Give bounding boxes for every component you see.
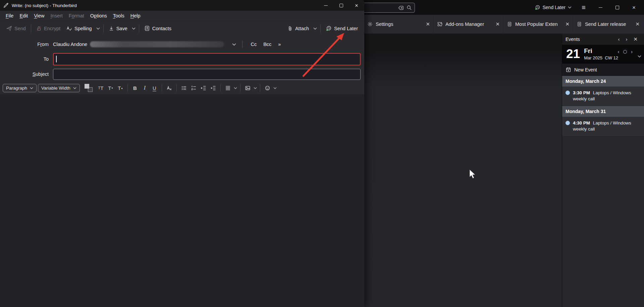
compose-message-body[interactable] [0, 95, 364, 307]
attach-button[interactable]: Attach [284, 24, 312, 33]
event-color-dot [566, 91, 570, 95]
subject-input[interactable] [53, 69, 361, 80]
event-item[interactable]: 3:30 PM Laptops / Windows weekly call [562, 87, 644, 106]
increase-font-size-icon[interactable]: T▴ [116, 83, 124, 93]
menu-tools[interactable]: Tools [110, 11, 127, 21]
events-panel-title: Events [566, 37, 580, 42]
thunderbird-main-window: Send Later ≡ × Settings ✕ [364, 0, 644, 307]
tab-close-icon[interactable]: ✕ [565, 21, 570, 27]
main-content-area [364, 34, 562, 307]
decrease-font-size-icon[interactable]: T▾ [106, 83, 115, 93]
tab-label: Settings [376, 21, 423, 27]
chevron-down-icon [73, 87, 76, 89]
from-identity[interactable]: Claudiu Andone [53, 41, 224, 47]
menu-help[interactable]: Help [127, 11, 144, 21]
insert-image-icon[interactable] [244, 83, 252, 93]
menu-format[interactable]: Format [66, 11, 87, 21]
redacted-email-address [90, 41, 224, 47]
paragraph-format-value: Paragraph [6, 86, 27, 91]
bcc-button[interactable]: Bcc [260, 40, 275, 48]
screen: Send Later ≡ × Settings ✕ [0, 0, 644, 307]
underline-button[interactable]: U [150, 83, 159, 93]
encrypt-label: Encrypt [44, 26, 60, 31]
bold-button[interactable]: B [131, 83, 139, 93]
app-menu-button[interactable]: ≡ [576, 2, 591, 12]
menu-insert[interactable]: Insert [48, 11, 66, 21]
indent-icon[interactable] [209, 83, 217, 93]
tab-close-icon[interactable]: ✕ [426, 21, 430, 27]
event-item[interactable]: 4:30 PM Laptops / Windows weekly call [562, 117, 644, 136]
document-icon [507, 21, 512, 27]
tab-strip: Settings ✕ Add-ons Manager ✕ Most Popula… [364, 15, 644, 34]
tab-send-later-release[interactable]: Send Later release ✕ [573, 15, 643, 34]
spelling-dropdown-icon[interactable] [95, 25, 101, 32]
events-close-icon[interactable]: ✕ [630, 36, 641, 42]
send-button[interactable]: Send [3, 23, 29, 33]
tab-close-icon[interactable]: ✕ [495, 21, 500, 27]
compose-close-button[interactable]: × [349, 0, 364, 11]
encrypt-button[interactable]: Encrypt [33, 24, 63, 33]
contacts-button[interactable]: Contacts [141, 23, 174, 33]
to-input[interactable] [53, 53, 361, 65]
menu-file[interactable]: File [3, 11, 16, 21]
menu-options[interactable]: Options [87, 11, 110, 21]
smiley-icon[interactable] [263, 83, 272, 93]
numbered-list-icon[interactable] [190, 83, 198, 93]
restore-button[interactable] [610, 2, 625, 12]
new-event-button[interactable]: New Event [562, 64, 644, 76]
bullet-list-icon[interactable] [180, 83, 188, 93]
paragraph-format-select[interactable]: Paragraph [3, 84, 37, 92]
attach-label: Attach [295, 26, 309, 31]
text-color-picker[interactable] [85, 84, 93, 92]
search-input[interactable] [364, 3, 415, 13]
search-icon[interactable] [407, 5, 412, 10]
puzzle-icon [437, 21, 442, 27]
clear-search-icon[interactable] [398, 5, 404, 11]
tab-close-icon[interactable]: ✕ [635, 21, 640, 27]
date-prev-icon[interactable]: ‹ [618, 49, 620, 54]
outdent-icon[interactable] [199, 83, 208, 93]
date-next-icon[interactable]: › [631, 49, 633, 54]
more-addressing-button[interactable]: » [275, 40, 284, 48]
compose-titlebar[interactable]: Write: (no subject) - Thunderbird × [0, 0, 364, 11]
font-select[interactable]: Variable Width [38, 84, 80, 92]
tab-most-popular-extensions[interactable]: Most Popular Exten ✕ [503, 15, 573, 34]
tab-label: Most Popular Exten [515, 21, 562, 27]
minimonth-toggle-icon[interactable] [638, 54, 641, 59]
send-label: Send [14, 26, 26, 31]
cc-button[interactable]: Cc [247, 40, 260, 48]
font-size-icon[interactable]: TT [97, 83, 105, 93]
compose-maximize-button[interactable] [333, 0, 349, 11]
alignment-icon[interactable] [224, 83, 232, 93]
insert-image-dropdown-icon[interactable] [254, 87, 257, 89]
send-later-button[interactable]: Send Later [323, 23, 361, 34]
italic-button[interactable]: I [141, 83, 149, 93]
send-later-clock-icon [535, 5, 540, 10]
from-dropdown-icon[interactable] [232, 43, 236, 46]
save-dropdown-icon[interactable] [130, 25, 137, 32]
save-button[interactable]: Save [106, 24, 130, 33]
compose-menubar: File Edit View Insert Format Options Too… [0, 11, 364, 21]
chevron-down-icon [568, 6, 572, 9]
close-button[interactable]: × [627, 2, 641, 12]
events-next-icon[interactable]: › [623, 36, 630, 42]
tab-addons-manager[interactable]: Add-ons Manager ✕ [434, 15, 503, 34]
date-today-icon[interactable] [623, 50, 627, 54]
compose-minimize-button[interactable] [318, 0, 333, 11]
minimize-button[interactable] [593, 2, 608, 12]
menu-view[interactable]: View [31, 11, 47, 21]
tab-settings[interactable]: Settings ✕ [364, 15, 434, 34]
alignment-dropdown-icon[interactable] [234, 87, 237, 89]
events-prev-icon[interactable]: ‹ [615, 36, 623, 42]
menu-edit[interactable]: Edit [16, 11, 31, 21]
calendar-plus-icon [566, 67, 571, 72]
subject-label: Subject [0, 71, 53, 77]
remove-text-styling-icon[interactable] [165, 83, 173, 93]
spellcheck-icon [66, 25, 72, 31]
smiley-dropdown-icon[interactable] [273, 87, 277, 89]
attach-dropdown-icon[interactable] [312, 25, 318, 32]
event-color-dot [566, 121, 570, 125]
spelling-button[interactable]: Spelling [63, 23, 95, 33]
send-later-toolbar-button[interactable]: Send Later [532, 3, 575, 12]
events-panel: Events ‹ › ✕ 21 Fri Mar 2025 CW 12 [562, 34, 644, 307]
